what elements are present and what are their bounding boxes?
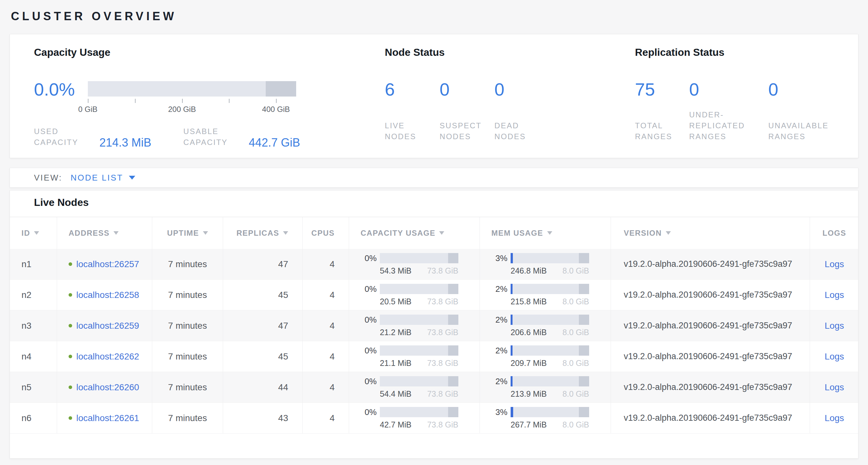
replication-status-section: Replication Status 75 TOTAL RANGES 0 UND… xyxy=(635,46,845,158)
stat-unavailable-ranges: 0 UNAVAILABLE RANGES xyxy=(768,81,845,142)
capacity-percent: 0% xyxy=(361,376,377,386)
column-header-id[interactable]: ID xyxy=(10,217,57,249)
node-capacity-cell: 0% 54.3 MiB 73.8 GiB xyxy=(349,249,480,279)
node-replicas-cell: 45 xyxy=(223,341,303,372)
node-capacity-cell: 0% 54.4 MiB 73.8 GiB xyxy=(349,372,480,403)
mem-bar xyxy=(510,345,589,356)
node-version-cell: v19.2.0-alpha.20190606-2491-gfe735c9a97 xyxy=(611,280,810,310)
node-version-cell: v19.2.0-alpha.20190606-2491-gfe735c9a97 xyxy=(611,311,810,341)
capacity-usage-chart: 0 GiB 200 GiB 400 GiB xyxy=(88,81,296,115)
node-capacity-cell: 0% 21.2 MiB 73.8 GiB xyxy=(349,311,480,341)
capacity-percent: 0% xyxy=(361,407,377,417)
table-row: n3 localhost:26259 7 minutes 47 4 0% xyxy=(10,311,858,341)
node-version-cell: v19.2.0-alpha.20190606-2491-gfe735c9a97 xyxy=(611,372,810,403)
node-id-cell: n2 xyxy=(10,280,57,310)
node-replicas-cell: 44 xyxy=(223,372,303,403)
node-id-cell: n1 xyxy=(10,249,57,279)
live-nodes-title: Live Nodes xyxy=(34,196,858,208)
mem-percent: 2% xyxy=(491,315,507,325)
axis-tick xyxy=(88,99,89,103)
capacity-usage-title: Capacity Usage xyxy=(34,46,385,59)
mem-total-value: 8.0 GiB xyxy=(562,389,589,399)
node-uptime-cell: 7 minutes xyxy=(152,311,223,341)
node-mem-cell: 2% 206.6 MiB 8.0 GiB xyxy=(480,311,611,341)
chevron-down-icon xyxy=(129,176,135,180)
logs-link[interactable]: Logs xyxy=(825,321,844,331)
column-header-address[interactable]: ADDRESS xyxy=(57,217,152,249)
mem-used-value: 246.8 MiB xyxy=(510,266,547,275)
node-address-link[interactable]: localhost:26262 xyxy=(76,351,139,362)
node-healthy-icon xyxy=(69,262,72,266)
capacity-used-value: 54.4 MiB xyxy=(380,389,411,399)
capacity-bar xyxy=(380,345,458,356)
node-cpus-cell: 4 xyxy=(303,403,349,433)
column-header-mem-usage[interactable]: MEM USAGE xyxy=(480,217,611,249)
capacity-used-value: 42.7 MiB xyxy=(380,420,411,429)
stat-used-capacity: USED CAPACITY 214.3 MiB xyxy=(34,126,151,148)
capacity-used-value: 20.5 MiB xyxy=(380,297,411,306)
mem-percent: 3% xyxy=(491,253,507,263)
node-address-cell: localhost:26257 xyxy=(57,249,152,279)
mem-total-value: 8.0 GiB xyxy=(562,328,589,337)
node-id-cell: n6 xyxy=(10,403,57,433)
column-header-capacity-usage[interactable]: CAPACITY USAGE xyxy=(349,217,480,249)
axis-tick xyxy=(182,99,183,103)
node-logs-cell: Logs xyxy=(810,249,859,279)
logs-link[interactable]: Logs xyxy=(825,382,844,393)
stat-live-nodes: 6 LIVE NODES xyxy=(385,81,440,142)
node-address-link[interactable]: localhost:26258 xyxy=(76,290,139,300)
mem-bar xyxy=(510,315,589,325)
mem-bar xyxy=(510,253,589,263)
node-address-link[interactable]: localhost:26261 xyxy=(76,413,139,423)
sort-arrow-icon xyxy=(203,231,208,235)
capacity-stats: USED CAPACITY 214.3 MiB USABLE CAPACITY … xyxy=(34,126,385,148)
stat-total-ranges: 75 TOTAL RANGES xyxy=(635,81,689,142)
node-logs-cell: Logs xyxy=(810,280,859,310)
mem-percent: 2% xyxy=(491,284,507,294)
mem-total-value: 8.0 GiB xyxy=(562,266,589,275)
sort-arrow-icon xyxy=(283,231,288,235)
node-cpus-cell: 4 xyxy=(303,311,349,341)
node-replicas-cell: 47 xyxy=(223,311,303,341)
capacity-bar xyxy=(380,253,458,263)
table-row: n1 localhost:26257 7 minutes 47 4 0% xyxy=(10,249,858,280)
stat-suspect-nodes: 0 SUSPECT NODES xyxy=(440,81,495,142)
capacity-axis: 0 GiB 200 GiB 400 GiB xyxy=(88,96,296,115)
view-dropdown[interactable]: NODE LIST xyxy=(70,173,135,183)
capacity-bar xyxy=(380,315,458,325)
mem-total-value: 8.0 GiB xyxy=(562,420,589,429)
table-row: n5 localhost:26260 7 minutes 44 4 0% xyxy=(10,372,858,403)
node-id-cell: n4 xyxy=(10,341,57,372)
used-capacity-value: 214.3 MiB xyxy=(99,138,151,148)
node-address-link[interactable]: localhost:26257 xyxy=(76,259,139,269)
mem-percent: 3% xyxy=(491,407,507,417)
capacity-total-value: 73.8 GiB xyxy=(427,328,458,337)
node-mem-cell: 3% 246.8 MiB 8.0 GiB xyxy=(480,249,611,279)
stat-usable-capacity: USABLE CAPACITY 442.7 GiB xyxy=(183,126,300,148)
view-selector-bar: VIEW: NODE LIST xyxy=(10,168,858,187)
capacity-total-value: 73.8 GiB xyxy=(427,266,458,275)
node-uptime-cell: 7 minutes xyxy=(152,280,223,310)
mem-bar xyxy=(510,284,589,294)
logs-link[interactable]: Logs xyxy=(825,413,844,423)
node-address-link[interactable]: localhost:26260 xyxy=(76,382,139,393)
node-uptime-cell: 7 minutes xyxy=(152,372,223,403)
capacity-bar xyxy=(380,284,458,294)
logs-link[interactable]: Logs xyxy=(825,351,844,362)
usable-capacity-value: 442.7 GiB xyxy=(249,138,300,148)
column-header-replicas[interactable]: REPLICAS xyxy=(223,217,303,249)
logs-link[interactable]: Logs xyxy=(825,290,844,300)
capacity-total-value: 73.8 GiB xyxy=(427,389,458,399)
node-address-link[interactable]: localhost:26259 xyxy=(76,321,139,331)
live-nodes-panel: Live Nodes ID ADDRESS UPTIME REPLICAS CP… xyxy=(10,190,858,459)
node-replicas-cell: 47 xyxy=(223,249,303,279)
logs-link[interactable]: Logs xyxy=(825,259,844,269)
node-id-cell: n3 xyxy=(10,311,57,341)
column-header-version[interactable]: VERSION xyxy=(611,217,810,249)
node-healthy-icon xyxy=(69,355,72,358)
node-address-cell: localhost:26261 xyxy=(57,403,152,433)
column-header-uptime[interactable]: UPTIME xyxy=(152,217,223,249)
node-status-title: Node Status xyxy=(385,46,635,59)
node-capacity-cell: 0% 21.1 MiB 73.8 GiB xyxy=(349,341,480,372)
mem-used-value: 213.9 MiB xyxy=(510,389,547,399)
